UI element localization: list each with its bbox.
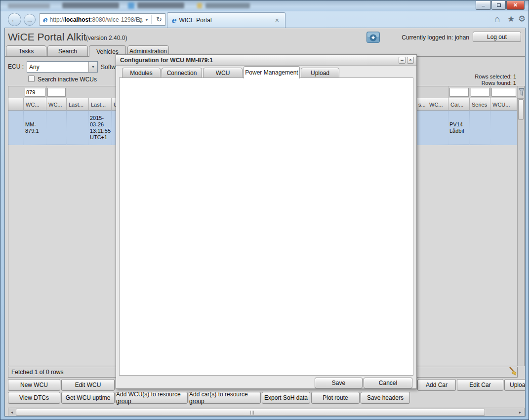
tab-search[interactable]: Search — [47, 45, 88, 57]
page-content: WiCE Portal Alkit (version 2.40.0) Curre… — [4, 28, 526, 417]
navigation-bar: ← → e http://localhost:8080/wice-1298/Fa… — [0, 11, 529, 28]
dialog-content — [119, 77, 413, 376]
add-car-button[interactable]: Add Car — [417, 379, 456, 391]
filter-funnel-icon[interactable] — [519, 88, 525, 96]
new-wcu-button[interactable]: New WCU — [8, 379, 60, 391]
tab-tasks[interactable]: Tasks — [6, 45, 46, 57]
save-button[interactable]: Save — [315, 378, 363, 388]
cell-last-time: 2015-03-26 13:11:55 UTC+1 — [90, 115, 111, 141]
home-icon[interactable]: ⌂ — [494, 15, 500, 23]
forward-button[interactable]: → — [24, 14, 36, 26]
scrollbar-thumb[interactable] — [16, 409, 485, 416]
view-dtcs-button[interactable]: View DTCs — [8, 392, 60, 404]
column-header[interactable] — [8, 98, 24, 111]
column-header-wcu[interactable]: WC... — [24, 98, 46, 111]
cancel-button[interactable]: Cancel — [364, 378, 412, 388]
select-arrow-icon[interactable]: ▼ — [88, 62, 97, 72]
scroll-right-arrow[interactable]: ► — [517, 408, 524, 416]
search-inactive-label: Search inactive WCUs — [38, 76, 97, 83]
settings-gear-icon[interactable]: ⚙ — [518, 15, 526, 23]
favorites-star-icon[interactable]: ★ — [507, 15, 515, 23]
dialog-close-button[interactable]: × — [407, 57, 414, 64]
search-icon[interactable] — [135, 17, 142, 23]
refresh-icon[interactable]: ↻ — [156, 15, 162, 23]
bookmark-item-redacted[interactable] — [62, 2, 119, 8]
scrollbar-thumb[interactable] — [518, 99, 524, 120]
divider — [151, 15, 152, 24]
forward-icon: → — [26, 16, 34, 24]
tab-label: Administration — [129, 48, 167, 55]
add-wcus-resource-group-button[interactable]: Add WCU(s) to resource group — [116, 392, 188, 404]
column-header-wc[interactable]: WC... — [427, 98, 448, 111]
dialog-tab-power-management[interactable]: Power Management — [244, 66, 300, 78]
table-vertical-scrollbar[interactable] — [517, 98, 525, 366]
add-cars-resource-group-button[interactable]: Add car(s) to resource group — [189, 392, 261, 404]
dialog-tab-connection[interactable]: Connection — [162, 68, 202, 78]
ecu-label: ECU : — [8, 63, 24, 70]
window-restore-button[interactable] — [491, 1, 506, 10]
software-label-fragment: Softw — [101, 64, 116, 71]
upload-car-button[interactable]: Upload C — [504, 379, 526, 391]
bookmark-favicon — [128, 2, 134, 9]
column-header-wcu3[interactable]: WCU... — [490, 98, 517, 111]
dialog-title: Configuration for WCU MM-879:1 — [120, 57, 213, 64]
rows-selected-label: Rows selected: 1 — [443, 74, 516, 80]
favorites-bar: – ✕ — [0, 0, 529, 11]
filter-input-wcu2[interactable] — [491, 88, 516, 97]
cell-wcu-id: MM-879:1 — [25, 121, 46, 134]
back-icon: ← — [10, 15, 19, 25]
filter-input-wcu[interactable] — [25, 88, 45, 97]
dialog-tab-wcu[interactable]: WCU — [203, 68, 243, 78]
cell-car: PV14 Lådbil — [449, 121, 469, 134]
page-title: WiCE Portal Alkit — [8, 31, 86, 43]
configuration-dialog: Configuration for WCU MM-879:1 – × Modul… — [116, 54, 417, 389]
filter-input-series[interactable] — [471, 88, 489, 97]
column-header-series[interactable]: Series — [470, 98, 490, 111]
dialog-minimize-button[interactable]: – — [399, 57, 406, 64]
filter-input[interactable] — [47, 88, 66, 97]
dialog-tab-modules[interactable]: Modules — [122, 68, 161, 78]
plot-route-button[interactable]: Plot route — [311, 392, 360, 404]
url-path: :8080/wice-1298/Fa — [90, 16, 142, 23]
window-close-button[interactable]: ✕ — [506, 1, 525, 10]
edit-wcu-button[interactable]: Edit WCU — [61, 379, 115, 391]
status-text: Fetched 1 of 0 rows — [11, 369, 63, 376]
address-bar[interactable]: e http://localhost:8080/wice-1298/Fa ▼ ↻ — [39, 13, 166, 26]
bookmark-item-redacted[interactable] — [8, 3, 50, 8]
download-icon[interactable] — [366, 31, 380, 43]
save-headers-button[interactable]: Save headers — [361, 392, 410, 404]
scroll-left-arrow[interactable]: ◄ — [8, 408, 15, 416]
get-wcu-uptime-button[interactable]: Get WCU uptime — [61, 392, 115, 404]
column-header-wcu2[interactable]: WC... — [46, 98, 67, 111]
url-protocol: http:// — [50, 16, 65, 23]
column-header-last2[interactable]: Last... — [89, 98, 112, 111]
bookmark-item-redacted[interactable] — [137, 2, 184, 8]
browser-tab[interactable]: e WICE Portal × — [167, 12, 285, 28]
back-button[interactable]: ← — [8, 13, 21, 26]
column-header-last[interactable]: Last... — [67, 98, 89, 111]
search-inactive-checkbox[interactable] — [28, 76, 35, 82]
browser-window: – ✕ ← → e http://localhost:8080/wice-129… — [0, 0, 529, 420]
filter-input-car[interactable] — [449, 88, 469, 97]
browser-tab-title: WICE Portal — [179, 17, 212, 24]
ecu-select[interactable]: Any ▼ — [27, 61, 98, 73]
minimize-icon: – — [401, 58, 404, 63]
close-icon: × — [409, 58, 412, 63]
window-minimize-button[interactable]: – — [476, 1, 491, 10]
clear-broom-icon[interactable] — [508, 366, 518, 377]
scrollbar-grip — [250, 411, 254, 415]
logout-button[interactable]: Log out — [473, 32, 521, 42]
dialog-tab-upload[interactable]: Upload — [301, 68, 339, 78]
minimize-icon: – — [482, 2, 485, 8]
address-dropdown-icon[interactable]: ▼ — [145, 18, 149, 22]
tab-close-icon[interactable]: × — [275, 16, 279, 24]
dialog-title-bar[interactable]: Configuration for WCU MM-879:1 — [116, 55, 416, 66]
edit-car-button[interactable]: Edit Car — [457, 379, 503, 391]
export-soh-button[interactable]: Export SoH data — [262, 392, 310, 404]
version-label: (version 2.40.0) — [86, 35, 127, 41]
column-header-car[interactable]: Car... — [448, 98, 470, 111]
url-host: localhost — [65, 16, 91, 23]
horizontal-scrollbar[interactable]: ◄ ► — [8, 408, 525, 417]
bookmark-item-redacted[interactable] — [205, 3, 250, 8]
bookmark-favicon — [197, 3, 202, 8]
